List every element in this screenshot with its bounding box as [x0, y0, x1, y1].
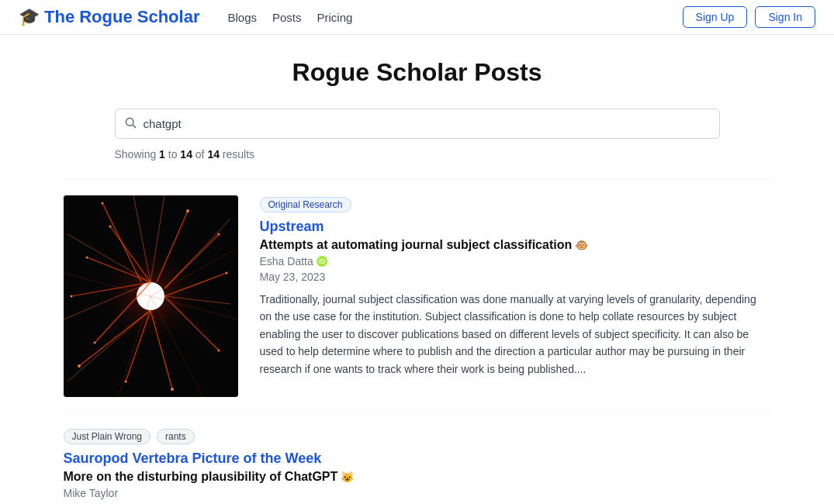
sign-up-button[interactable]: Sign Up [683, 6, 748, 28]
svg-point-30 [225, 272, 227, 274]
tag-just-plain-wrong: Just Plain Wrong [64, 429, 151, 444]
nav-posts[interactable]: Posts [272, 11, 302, 24]
orcid-badge: iD [317, 256, 327, 267]
post-blog-link[interactable]: Sauropod Vertebra Picture of the Week [64, 450, 771, 467]
svg-point-27 [93, 342, 95, 344]
svg-point-26 [70, 295, 72, 298]
search-icon [124, 116, 137, 132]
sign-in-button[interactable]: Sign In [755, 6, 815, 28]
main-content: Rogue Scholar Posts Showing 1 to 14 of 1… [45, 35, 790, 504]
results-total: 14 [207, 148, 220, 161]
post-title: More on the disturbing plausibility of C… [64, 470, 771, 484]
tag-rants: rants [157, 429, 195, 444]
post-title-emoji: 🐵 [575, 239, 588, 251]
post-author: Mike Taylor [64, 487, 771, 499]
page-title: Rogue Scholar Posts [64, 58, 771, 87]
post-image [64, 195, 238, 397]
table-row: Just Plain Wrong rants Sauropod Vertebra… [64, 413, 771, 504]
svg-point-28 [78, 364, 81, 368]
site-title: The Rogue Scholar [44, 7, 199, 27]
posts-list: Original Research Upstream Attempts at a… [64, 179, 771, 504]
post-title: Attempts at automating journal subject c… [260, 238, 771, 252]
svg-point-29 [217, 350, 220, 352]
svg-point-34 [124, 381, 126, 383]
svg-point-35 [171, 388, 174, 391]
nav-blogs[interactable]: Blogs [227, 11, 257, 24]
post-tags: Just Plain Wrong rants [64, 429, 771, 444]
post-author: Esha Datta iD [260, 255, 771, 268]
svg-point-24 [109, 226, 111, 228]
results-info: Showing 1 to 14 of 14 results [115, 148, 720, 161]
svg-point-32 [186, 209, 189, 212]
svg-line-1 [132, 124, 135, 127]
main-nav: Blogs Posts Pricing [227, 11, 352, 24]
post-tags: Original Research [260, 197, 771, 212]
table-row: Original Research Upstream Attempts at a… [64, 179, 771, 413]
nav-pricing[interactable]: Pricing [317, 11, 353, 24]
results-from: 1 [159, 148, 165, 161]
logo-icon: 🎓 [19, 7, 40, 27]
post-date: May 23, 2023 [260, 271, 771, 283]
results-to: 14 [180, 148, 192, 161]
post-info: Original Research Upstream Attempts at a… [260, 195, 771, 397]
search-container [115, 109, 720, 139]
post-title-emoji: 😺 [341, 471, 354, 483]
header-auth-buttons: Sign Up Sign In [683, 6, 815, 28]
post-thumbnail [64, 195, 238, 397]
site-header: 🎓 The Rogue Scholar Blogs Posts Pricing … [0, 0, 834, 35]
svg-point-31 [217, 233, 220, 236]
post-excerpt: Traditionally, journal subject classific… [260, 291, 771, 378]
post-blog-link[interactable]: Upstream [260, 219, 771, 235]
search-input[interactable] [115, 109, 720, 139]
svg-point-25 [85, 257, 88, 259]
tag-original-research: Original Research [260, 197, 351, 212]
svg-point-33 [101, 202, 103, 205]
site-logo[interactable]: 🎓 The Rogue Scholar [19, 7, 199, 27]
